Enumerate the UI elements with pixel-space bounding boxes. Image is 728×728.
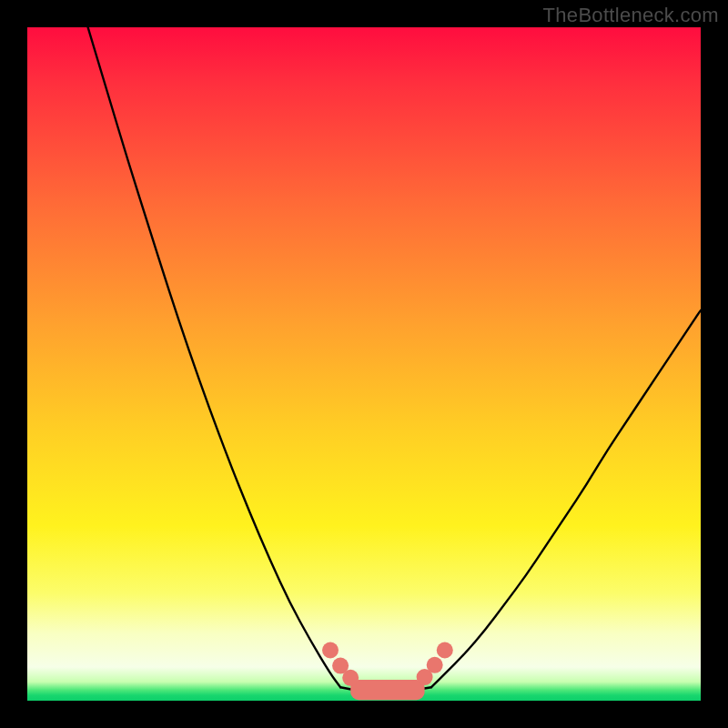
chart-frame: TheBottleneck.com bbox=[0, 0, 728, 728]
marker-layer bbox=[322, 642, 453, 686]
right-lower-dot bbox=[417, 669, 433, 685]
right-upper-dot bbox=[437, 642, 453, 659]
curve-layer bbox=[88, 27, 701, 693]
valley-floor-bar bbox=[350, 680, 424, 700]
right-branch-curve bbox=[431, 310, 701, 687]
valley-floor-curve bbox=[340, 687, 431, 693]
right-mid-dot bbox=[427, 657, 443, 673]
left-branch-curve bbox=[88, 27, 341, 687]
left-mid-dot bbox=[332, 658, 349, 674]
left-upper-dot bbox=[322, 642, 339, 659]
plot-area bbox=[27, 27, 701, 701]
floor-bar-layer bbox=[350, 680, 424, 700]
chart-svg bbox=[27, 27, 701, 701]
attribution-text: TheBottleneck.com bbox=[543, 4, 719, 27]
left-lower-dot bbox=[342, 670, 359, 686]
